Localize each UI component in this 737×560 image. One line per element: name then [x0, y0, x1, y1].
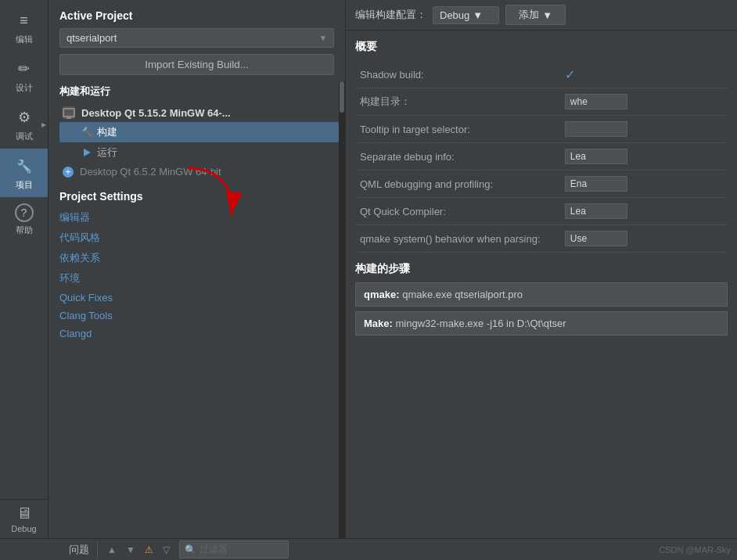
- sidebar-item-help[interactable]: ? 帮助: [0, 197, 48, 242]
- middle-scrollbar[interactable]: [339, 81, 345, 538]
- table-row: 构建目录：: [355, 88, 728, 116]
- row-label: Qt Quick Compiler:: [355, 198, 560, 225]
- table-row: Shadow build: ✓: [355, 62, 728, 88]
- active-project-section: Active Project qtserialport ▼: [49, 0, 345, 54]
- status-bar: 问题 ▲ ▼ ⚠ ▽ 🔍 过滤器 CSDN @MAR-Sky: [0, 538, 737, 560]
- check-icon: ✓: [565, 68, 575, 81]
- step-qmake: qmake: qmake.exe qtserialport.pro: [355, 282, 728, 307]
- status-icons: ▲ ▼ ⚠ ▽: [104, 543, 173, 557]
- run-sub-item[interactable]: 运行: [59, 142, 339, 163]
- step-make-label: Make:: [364, 318, 393, 329]
- status-filter-icon[interactable]: ▽: [160, 543, 173, 557]
- row-value: [560, 171, 728, 198]
- quick-compiler-input[interactable]: [565, 203, 627, 219]
- step-qmake-label: qmake:: [364, 289, 400, 300]
- debug-label: Debug: [11, 524, 36, 533]
- config-dropdown[interactable]: Debug ▼: [433, 6, 499, 24]
- kit-item-primary[interactable]: Desktop Qt 5.15.2 MinGW 64-...: [59, 103, 339, 122]
- step-qmake-value: qmake.exe qtserialport.pro: [402, 289, 523, 300]
- build-dir-input[interactable]: [565, 94, 627, 109]
- qmake-behavior-input[interactable]: [565, 231, 627, 246]
- project-dropdown[interactable]: qtserialport ▼: [59, 28, 334, 48]
- sidebar-item-design[interactable]: ✏ 设计: [0, 52, 48, 100]
- settings-item-clang-tools[interactable]: Clang Tools: [59, 307, 328, 325]
- dropdown-arrow-icon: ▼: [319, 34, 327, 42]
- build-run-title: 构建和运行: [59, 84, 339, 99]
- build-label: 构建: [97, 125, 117, 139]
- inactive-kit-label: Desktop Qt 6.5.2 MinGW 64-bit: [80, 166, 221, 178]
- sidebar-item-edit-label: 编辑: [16, 34, 33, 45]
- settings-item-env[interactable]: 环境: [59, 268, 328, 289]
- settings-list: 编辑器 代码风格 依赖关系 环境 Quick Fixes Clang Tools…: [59, 207, 339, 343]
- kit-item-secondary[interactable]: + Desktop Qt 6.5.2 MinGW 64-bit: [59, 163, 339, 181]
- sidebar-item-help-label: 帮助: [16, 224, 33, 236]
- sidebar-item-project[interactable]: 🔧 项目: [0, 149, 48, 197]
- settings-item-code-style[interactable]: 代码风格: [59, 228, 328, 248]
- settings-item-clangd[interactable]: Clangd: [59, 325, 328, 343]
- config-arrow-icon: ▼: [473, 9, 483, 21]
- run-label: 运行: [97, 145, 117, 160]
- import-build-button[interactable]: Import Existing Build...: [59, 54, 334, 75]
- sidebar: ≡ 编辑 ✏ 设计 ⚙ 调试 🔧 项目 ? 帮助 🖥 Debug: [0, 0, 49, 538]
- row-value: [560, 143, 728, 171]
- attribution-text: CSDN @MAR-Sky: [659, 545, 731, 555]
- steps-title: 构建的步骤: [355, 262, 728, 276]
- step-make: Make: mingw32-make.exe -j16 in D:\Qt\qts…: [355, 311, 728, 336]
- status-tab-issues[interactable]: 问题: [61, 541, 98, 558]
- filter-input-area[interactable]: 🔍 过滤器: [179, 540, 289, 558]
- config-value: Debug: [440, 9, 469, 21]
- status-arrow-up-icon[interactable]: ▲: [104, 543, 120, 557]
- table-row: Separate debug info:: [355, 143, 728, 171]
- design-icon: ✏: [13, 58, 35, 80]
- row-label: QML debugging and profiling:: [355, 171, 560, 198]
- sidebar-item-project-label: 项目: [16, 179, 33, 191]
- right-content: 概要 Shadow build: ✓ 构建目录：: [346, 31, 737, 538]
- edit-icon: ≡: [13, 9, 35, 31]
- filter-placeholder: 过滤器: [200, 543, 228, 556]
- settings-item-editor[interactable]: 编辑器: [59, 207, 328, 228]
- table-row: Tooltip in target selector:: [355, 116, 728, 143]
- scrollbar-thumb: [340, 81, 344, 113]
- row-value: ✓: [560, 62, 728, 88]
- status-warning-icon[interactable]: ⚠: [142, 543, 156, 557]
- sidebar-item-debug-label: 调试: [16, 131, 33, 142]
- build-sub-item[interactable]: 🔨 构建: [59, 122, 339, 142]
- help-icon: ?: [15, 203, 34, 222]
- settings-item-dependencies[interactable]: 依赖关系: [59, 248, 328, 268]
- row-label: qmake system() behavior when parsing:: [355, 225, 560, 253]
- right-header: 编辑构建配置： Debug ▼ 添加 ▼: [346, 0, 737, 31]
- table-row: Qt Quick Compiler:: [355, 198, 728, 225]
- row-label: Separate debug info:: [355, 143, 560, 171]
- add-config-button[interactable]: 添加 ▼: [505, 5, 566, 25]
- tooltip-input[interactable]: [565, 121, 627, 137]
- kit-name-label: Desktop Qt 5.15.2 MinGW 64-...: [81, 107, 231, 119]
- row-value: [560, 225, 728, 253]
- build-icon: 🔨: [81, 127, 92, 138]
- overview-table: Shadow build: ✓ 构建目录： Tooltip in target …: [355, 62, 728, 253]
- sidebar-item-design-label: 设计: [16, 82, 33, 94]
- overview-title: 概要: [355, 40, 728, 54]
- right-panel: 编辑构建配置： Debug ▼ 添加 ▼ 概要 Shadow build:: [346, 0, 737, 538]
- search-icon: 🔍: [185, 544, 196, 555]
- qml-debug-input[interactable]: [565, 176, 627, 192]
- kit-monitor-icon: [63, 106, 75, 119]
- sidebar-item-edit[interactable]: ≡ 编辑: [0, 3, 48, 52]
- table-row: qmake system() behavior when parsing:: [355, 225, 728, 253]
- debug-icon: ⚙: [13, 106, 35, 128]
- step-make-value: mingw32-make.exe -j16 in D:\Qt\qtser: [395, 318, 566, 329]
- row-label: 构建目录：: [355, 88, 560, 116]
- config-label: 编辑构建配置：: [355, 8, 426, 22]
- sidebar-item-debug[interactable]: ⚙ 调试: [0, 100, 48, 149]
- row-label: Shadow build:: [355, 62, 560, 88]
- row-value: [560, 116, 728, 143]
- status-arrow-down-icon[interactable]: ▼: [123, 543, 138, 557]
- active-project-title: Active Project: [59, 9, 334, 22]
- add-button-label: 添加: [519, 8, 539, 22]
- bottom-monitor-icon: 🖥: [16, 504, 32, 522]
- run-icon: [81, 147, 92, 158]
- project-name: qtserialport: [67, 32, 117, 44]
- add-kit-icon: +: [63, 167, 74, 178]
- settings-item-quick-fixes[interactable]: Quick Fixes: [59, 289, 328, 307]
- debug-info-input[interactable]: [565, 149, 627, 164]
- wrench-icon: 🔧: [13, 155, 35, 177]
